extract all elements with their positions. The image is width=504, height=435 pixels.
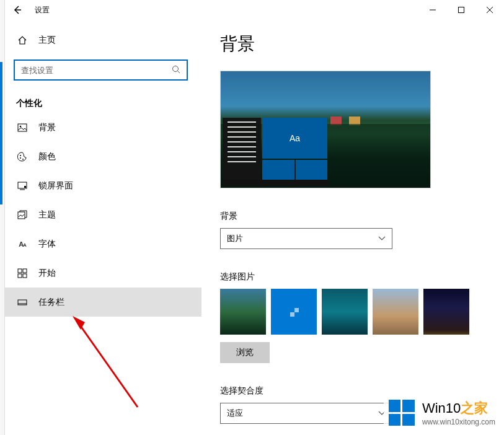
nav-label: 开始: [38, 268, 56, 279]
search-container: [0, 52, 201, 88]
nav-label: 锁屏界面: [38, 180, 73, 191]
svg-rect-16: [18, 269, 22, 273]
section-title: 个性化: [0, 88, 201, 113]
close-button[interactable]: [475, 0, 504, 20]
window-title: 设置: [35, 5, 50, 15]
search-icon: [172, 65, 180, 76]
home-label: 主页: [38, 35, 56, 46]
thumb-1[interactable]: [220, 289, 266, 335]
main-panel: 背景 Aa 背景 图片 选择图片: [201, 20, 504, 435]
settings-window: 设置 主页 个性化 背景: [0, 0, 504, 435]
svg-point-10: [20, 157, 21, 159]
svg-rect-13: [24, 186, 26, 188]
thumb-2[interactable]: [271, 289, 317, 335]
nav-label: 字体: [38, 239, 56, 250]
taskbar-icon: [16, 297, 29, 307]
windows-logo-icon: [389, 400, 415, 426]
left-edge-decoration: [0, 0, 5, 435]
thumb-5[interactable]: [423, 289, 469, 335]
content-area: 主页 个性化 背景 颜色 锁屏界面: [0, 20, 504, 435]
svg-rect-19: [23, 274, 27, 278]
background-mode-label: 背景: [220, 211, 485, 222]
background-mode-select[interactable]: 图片: [220, 228, 392, 249]
thumb-4[interactable]: [373, 289, 418, 335]
preview-taskbar: [223, 180, 328, 186]
nav-label: 主题: [38, 209, 56, 221]
svg-rect-2: [459, 7, 464, 13]
preview-start-menu: [223, 118, 261, 180]
preview-sample-tile: Aa: [262, 118, 327, 159]
search-field[interactable]: [21, 66, 172, 75]
svg-point-5: [173, 66, 179, 71]
minimize-icon: [430, 7, 436, 13]
sidebar-item-lockscreen[interactable]: 锁屏界面: [0, 171, 201, 200]
search-input[interactable]: [14, 59, 188, 81]
back-button[interactable]: [5, 0, 30, 20]
select-value: 图片: [227, 233, 243, 244]
sidebar-item-start[interactable]: 开始: [0, 258, 201, 288]
nav-label: 背景: [38, 122, 56, 133]
svg-point-9: [20, 155, 21, 156]
background-preview: Aa: [220, 71, 431, 188]
sidebar-item-fonts[interactable]: AA 字体: [0, 229, 201, 258]
home-icon: [16, 35, 29, 45]
window-controls: [418, 0, 504, 20]
home-link[interactable]: 主页: [0, 29, 201, 52]
svg-point-11: [22, 159, 24, 160]
select-value: 适应: [227, 408, 243, 419]
nav-label: 颜色: [38, 151, 56, 162]
sidebar-item-themes[interactable]: 主题: [0, 200, 201, 229]
svg-rect-17: [23, 269, 27, 273]
maximize-icon: [458, 7, 464, 13]
choose-image-label: 选择图片: [220, 271, 485, 283]
fit-label: 选择契合度: [220, 385, 485, 397]
titlebar: 设置: [0, 0, 504, 20]
lockscreen-icon: [16, 181, 29, 191]
svg-rect-20: [18, 300, 27, 305]
svg-line-6: [178, 71, 180, 73]
preview-tiles: Aa: [262, 118, 327, 180]
palette-icon: [16, 152, 29, 162]
watermark-text: Win10之家 www.win10xitong.com: [422, 399, 495, 426]
arrow-left-icon: [13, 6, 22, 14]
fit-select[interactable]: 适应: [220, 403, 392, 424]
chevron-down-icon: [378, 235, 386, 242]
svg-point-8: [20, 125, 22, 127]
sidebar: 主页 个性化 背景 颜色 锁屏界面: [0, 20, 201, 435]
themes-icon: [16, 210, 29, 220]
browse-button[interactable]: 浏览: [220, 342, 270, 363]
minimize-button[interactable]: [418, 0, 447, 20]
maximize-button[interactable]: [447, 0, 475, 20]
page-title: 背景: [220, 32, 485, 56]
watermark: Win10之家 www.win10xitong.com: [384, 397, 500, 429]
image-thumbnails: [220, 289, 485, 335]
sidebar-item-background[interactable]: 背景: [0, 113, 201, 142]
svg-rect-7: [18, 124, 27, 131]
sidebar-item-taskbar[interactable]: 任务栏: [0, 288, 201, 317]
picture-icon: [16, 123, 29, 133]
svg-rect-18: [18, 274, 22, 278]
fonts-icon: AA: [16, 240, 29, 248]
nav-label: 任务栏: [38, 297, 64, 308]
thumb-3[interactable]: [322, 289, 368, 335]
sidebar-item-colors[interactable]: 颜色: [0, 142, 201, 171]
start-icon: [16, 268, 29, 278]
close-icon: [487, 7, 493, 13]
